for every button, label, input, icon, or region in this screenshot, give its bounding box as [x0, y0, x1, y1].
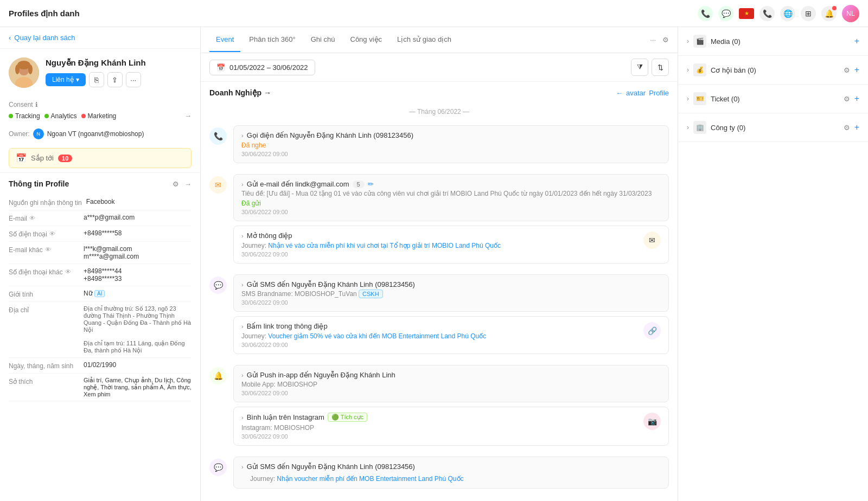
globe-icon[interactable]: 🌐 — [780, 6, 795, 21]
svg-point-5 — [15, 65, 20, 74]
sub-event-click-link: › Bấm link trong thông điệp Journey: Vou… — [233, 316, 669, 354]
month-divider: — Tháng 06/2022 — — [201, 108, 678, 115]
phone-other-eye-icon[interactable]: 👁 — [65, 268, 71, 275]
event-sms-2: 💬 › Gửi SMS đến Nguyễn Đặng Khánh Linh (… — [201, 451, 678, 494]
expand-icon: › — [241, 372, 244, 378]
info-row-address: Địa chỉ Địa chỉ thường trú: Số 123, ngõ … — [9, 302, 192, 358]
info-settings-icon[interactable]: ⚙ — [173, 180, 179, 188]
back-link[interactable]: ‹ Quay lại danh sách — [0, 27, 200, 49]
contact-button[interactable]: Liên hệ ▾ — [46, 73, 86, 86]
svg-point-6 — [28, 65, 33, 74]
info-icon[interactable]: ℹ — [35, 101, 38, 108]
user-avatar[interactable]: NL — [842, 5, 859, 22]
profile-info: Nguyễn Đặng Khánh Linh Liên hệ ▾ ⎘ ⇪ ··· — [46, 58, 146, 87]
media-title: Media (0) — [711, 37, 854, 46]
event-sms: 💬 › Gửi SMS đến Nguyễn Đặng Khánh Linh (… — [201, 269, 678, 359]
more-button[interactable]: ··· — [126, 72, 141, 87]
sms2-journey: Journey: Nhận voucher miễn phí đến MOB E… — [241, 473, 661, 483]
tab-more-icon[interactable]: ··· — [646, 34, 660, 46]
cskh-tag: CSKH — [359, 290, 383, 298]
click-link-title[interactable]: › Bấm link trong thông điệp — [241, 322, 643, 330]
push-event-icon: 🔔 — [209, 367, 227, 384]
journey-link-2[interactable]: Voucher giảm 50% vé vào cửa khi đến MOB … — [268, 332, 486, 340]
opportunity-settings-icon[interactable]: ⚙ — [844, 66, 850, 74]
sms2-header[interactable]: › Gửi SMS đến Nguyễn Đặng Khánh Linh (09… — [241, 463, 661, 471]
company-actions: ⚙ + — [844, 123, 859, 132]
ticket-chevron-icon: › — [687, 95, 689, 102]
tab-analysis[interactable]: Phân tích 360° — [242, 28, 302, 52]
tab-history[interactable]: Lịch sử giao dịch — [391, 28, 458, 52]
sub-event-open-message: › Mở thông điệp Journey: Nhận vé vào cửa… — [233, 226, 669, 264]
ticket-add-button[interactable]: + — [854, 94, 859, 104]
edit-icon[interactable]: ✏ — [368, 180, 374, 188]
phone-event-icon: 📞 — [209, 127, 227, 145]
source-value: Facebook — [86, 198, 192, 207]
company-icon: 🏢 — [693, 121, 706, 134]
consent-arrow-icon[interactable]: → — [184, 112, 192, 120]
upcoming-section[interactable]: 📅 Sắp tới 10 — [9, 148, 192, 168]
phone-value: +8498*****58 — [84, 229, 192, 238]
right-section-media: › 🎬 Media (0) + — [678, 27, 868, 56]
company-header[interactable]: › 🏢 Công ty (0) ⚙ + — [678, 113, 868, 142]
event-phone-call: 📞 › Gọi điện đến Nguyễn Đặng Khánh Linh … — [201, 120, 678, 169]
right-section-company: › 🏢 Công ty (0) ⚙ + — [678, 113, 868, 142]
event-push: 🔔 › Gửi Push in-app đến Nguyễn Đặng Khán… — [201, 359, 678, 451]
copy-button[interactable]: ⎘ — [89, 72, 104, 87]
ticket-header[interactable]: › 🎫 Ticket (0) ⚙ + — [678, 85, 868, 113]
ticket-settings-icon[interactable]: ⚙ — [844, 95, 850, 103]
media-header[interactable]: › 🎬 Media (0) + — [678, 27, 868, 55]
dob-value: 01/02/1990 — [84, 361, 192, 370]
tab-event[interactable]: Event — [209, 28, 240, 52]
email-other-eye-icon[interactable]: 👁 — [45, 246, 51, 253]
opportunity-title: Cơ hội bán (0) — [711, 66, 844, 74]
sort-button[interactable]: ⇅ — [652, 59, 669, 76]
sms2-event-icon: 💬 — [209, 459, 227, 476]
sub-event-instagram: › Bình luận trên Instagram 🟢 Tích cực In… — [233, 407, 669, 446]
profile-link[interactable]: ← avatar Profile — [616, 89, 669, 97]
push-header[interactable]: › Gửi Push in-app đến Nguyễn Đặng Khánh … — [241, 371, 661, 379]
grid-icon[interactable]: ⊞ — [801, 6, 816, 21]
tracking-dot — [9, 114, 13, 118]
tab-settings-icon[interactable]: ⚙ — [662, 36, 669, 44]
phone-green-icon[interactable]: 📞 — [698, 6, 713, 21]
email-subtitle: Tiêu đề: [Ưu đãi] - Mua 02 tặng 01 vé và… — [241, 190, 661, 197]
open-message-title[interactable]: › Mở thông điệp — [241, 232, 643, 240]
phone-eye-icon[interactable]: 👁 — [49, 230, 55, 237]
flag-vn-icon: ★ — [739, 8, 754, 19]
media-icon: 🎬 — [693, 35, 706, 48]
email-eye-icon[interactable]: 👁 — [29, 215, 35, 221]
chat-green-icon[interactable]: 💬 — [718, 6, 733, 21]
active-tag: 🟢 Tích cực — [328, 413, 367, 422]
phone-icon[interactable]: 📞 — [760, 6, 775, 21]
journey-link[interactable]: Nhận vé vào cửa miễn phí khi vui chơi tạ… — [268, 242, 501, 249]
opportunity-header[interactable]: › 💰 Cơ hội bán (0) ⚙ + — [678, 56, 868, 84]
tab-notes[interactable]: Ghi chú — [304, 28, 342, 52]
middle-panel: Event Phân tích 360° Ghi chú Công việc L… — [201, 27, 678, 501]
push-card: › Gửi Push in-app đến Nguyễn Đặng Khánh … — [233, 365, 669, 402]
company-link[interactable]: Doanh Nghiệp → — [209, 88, 271, 97]
media-add-button[interactable]: + — [854, 36, 859, 46]
filter-button[interactable]: ⧩ — [631, 59, 648, 76]
company-add-button[interactable]: + — [854, 123, 859, 132]
company-settings-icon[interactable]: ⚙ — [844, 124, 850, 132]
address-value: Địa chỉ thường trú: Số 123, ngõ 23 đường… — [84, 305, 192, 354]
sms2-journey-link[interactable]: Nhận voucher miễn phí đến MOB Entertainm… — [277, 475, 463, 483]
date-range-picker[interactable]: 📅 01/05/2022 – 30/06/2022 — [209, 60, 315, 75]
info-expand-icon[interactable]: → — [184, 180, 192, 188]
email-header[interactable]: › Gửi e-mail đến lindk@gmail.com 5 ✏ — [241, 180, 661, 188]
right-section-opportunity: › 💰 Cơ hội bán (0) ⚙ + — [678, 56, 868, 85]
instagram-title[interactable]: › Bình luận trên Instagram 🟢 Tích cực — [241, 413, 643, 422]
date-range-value: 01/05/2022 – 30/06/2022 — [229, 63, 308, 72]
bell-icon[interactable]: 🔔 — [821, 6, 837, 21]
share-button[interactable]: ⇪ — [107, 72, 123, 87]
profile-info-section: Thông tin Profile ⚙ → Nguồn ghi nhận thô… — [0, 172, 200, 408]
opportunity-actions: ⚙ + — [844, 65, 859, 75]
push-time: 30/06/2022 09:00 — [241, 390, 661, 396]
owner-avatar: N — [33, 129, 44, 139]
phone-call-header[interactable]: › Gọi điện đến Nguyễn Đặng Khánh Linh (0… — [241, 131, 661, 139]
tab-tasks[interactable]: Công việc — [344, 28, 389, 52]
analytics-dot — [44, 114, 49, 118]
sms-header[interactable]: › Gửi SMS đến Nguyễn Đặng Khánh Linh (09… — [241, 280, 661, 288]
profile-name: Nguyễn Đặng Khánh Linh — [46, 58, 146, 68]
opportunity-add-button[interactable]: + — [854, 65, 859, 75]
